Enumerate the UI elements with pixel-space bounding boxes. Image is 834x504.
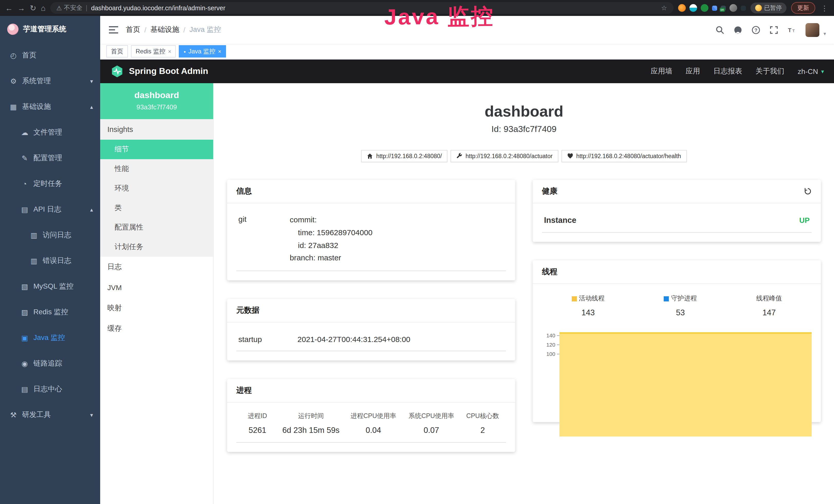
instance-links: http://192.168.0.2:48080/ http://192.168… bbox=[227, 150, 821, 162]
logo-avatar bbox=[7, 24, 19, 35]
instance-id: 93a3fc7f7409 bbox=[105, 103, 208, 111]
tags-view-bar: 首页 Redis 监控 × ● Java 监控 × bbox=[100, 44, 834, 60]
home-button[interactable]: ⌂ bbox=[41, 4, 45, 12]
info-card-title: 信息 bbox=[236, 186, 252, 196]
chrome-update-button[interactable]: 更新 bbox=[791, 2, 815, 14]
health-card-title: 健康 bbox=[542, 186, 557, 196]
browser-menu-icon[interactable]: ⋮ bbox=[820, 4, 829, 12]
sba-content: dashboard Id: 93a3fc7f7409 http://192.16… bbox=[214, 83, 834, 504]
status-badge: UP bbox=[799, 216, 810, 224]
breadcrumb-infra[interactable]: 基础设施 bbox=[151, 25, 179, 35]
live-threads-area bbox=[559, 332, 812, 436]
app-logo[interactable]: 芋道管理系统 bbox=[0, 16, 100, 43]
threads-card-title: 线程 bbox=[542, 267, 557, 277]
bookmark-star-icon[interactable]: ☆ bbox=[661, 4, 667, 12]
service-url-link[interactable]: http://192.168.0.2:48080/ bbox=[361, 150, 448, 162]
breadcrumb-home[interactable]: 首页 bbox=[126, 25, 140, 35]
sba-link-applications[interactable]: 应用 bbox=[686, 67, 700, 76]
actuator-url-link[interactable]: http://192.168.0.2:48080/actuator bbox=[451, 150, 558, 162]
sidebar-item-log-center[interactable]: ▤ 日志中心 bbox=[0, 376, 100, 402]
chevron-up-icon: ▴ bbox=[90, 104, 93, 110]
legend-live-threads: 活动线程 143 bbox=[572, 294, 605, 317]
address-bar[interactable]: ⚠ 不安全 dashboard.yudao.iocoder.cn/infra/a… bbox=[50, 2, 673, 14]
extension-grid-icon[interactable] bbox=[712, 5, 717, 10]
topbar-actions: ? T T ▾ bbox=[716, 23, 826, 37]
sba-nav-links: 应用墙 应用 日志报表 关于我们 zh-CN ▾ bbox=[651, 67, 824, 76]
sba-brand[interactable]: Spring Boot Admin bbox=[110, 65, 208, 78]
extension-pin-icon[interactable] bbox=[741, 5, 746, 10]
menu-item-config-props[interactable]: 配置属性 bbox=[100, 218, 213, 237]
sba-link-about[interactable]: 关于我们 bbox=[756, 67, 785, 76]
extension-dark-icon[interactable]: on bbox=[721, 5, 726, 10]
reload-button[interactable]: ↻ bbox=[30, 4, 36, 12]
extension-drop-icon[interactable] bbox=[689, 4, 697, 12]
sidebar-item-error-log[interactable]: ▥ 错误日志 bbox=[0, 248, 100, 274]
breadcrumb: 首页 / 基础设施 / Java 监控 bbox=[126, 25, 221, 35]
search-icon[interactable] bbox=[716, 25, 724, 34]
dashboard-icon: ◴ bbox=[9, 51, 18, 60]
admin-sidebar: 芋道管理系统 ◴ 首页 ⚙ 系统管理 ▾ ▦ 基础设施 ▴ ☁ 文件管理 ✎ bbox=[0, 16, 100, 504]
tab-home[interactable]: 首页 bbox=[106, 45, 128, 58]
document-icon: ▥ bbox=[30, 257, 38, 265]
menu-item-metrics[interactable]: 性能 bbox=[100, 159, 213, 179]
tools-icon: ⚒ bbox=[9, 411, 18, 419]
tab-java-monitor[interactable]: ● Java 监控 × bbox=[179, 45, 226, 58]
monitor-icon: ▣ bbox=[21, 334, 29, 342]
sidebar-item-files[interactable]: ☁ 文件管理 bbox=[0, 120, 100, 145]
sidebar-item-home[interactable]: ◴ 首页 bbox=[0, 43, 100, 68]
menu-item-logs[interactable]: 日志 bbox=[100, 257, 213, 277]
user-avatar[interactable] bbox=[806, 23, 819, 37]
menu-item-mappings[interactable]: 映射 bbox=[100, 298, 213, 318]
security-warning[interactable]: ⚠ 不安全 bbox=[56, 4, 83, 12]
close-icon[interactable]: × bbox=[168, 48, 171, 54]
sidebar-item-mysql[interactable]: ▧ MySQL 监控 bbox=[0, 274, 100, 299]
sidebar-item-tracing[interactable]: ◉ 链路追踪 bbox=[0, 351, 100, 376]
sidebar-item-access-log[interactable]: ▥ 访问日志 bbox=[0, 222, 100, 248]
sidebar-item-infra[interactable]: ▦ 基础设施 ▴ bbox=[0, 94, 100, 120]
extension-fox-icon[interactable] bbox=[678, 4, 685, 12]
sba-locale-select[interactable]: zh-CN ▾ bbox=[798, 67, 824, 75]
sidebar-item-dev-tools[interactable]: ⚒ 研发工具 ▾ bbox=[0, 402, 100, 428]
info-git-row: git commit: time: 1596289704000 id: 27aa… bbox=[236, 211, 506, 271]
process-table: 进程ID 运行时间 进程CPU使用率 系统CPU使用率 CPU核心数 5261 … bbox=[236, 411, 506, 443]
page-title: dashboard bbox=[227, 103, 821, 120]
github-icon[interactable] bbox=[733, 25, 742, 34]
sba-link-journal[interactable]: 日志报表 bbox=[714, 67, 742, 76]
menu-item-caches[interactable]: 缓存 bbox=[100, 318, 213, 339]
sba-link-wallboard[interactable]: 应用墙 bbox=[651, 67, 673, 76]
extension-v-icon[interactable] bbox=[700, 4, 708, 12]
help-icon[interactable]: ? bbox=[751, 25, 760, 34]
extension-leaf-icon[interactable] bbox=[729, 4, 737, 12]
sidebar-item-config[interactable]: ✎ 配置管理 bbox=[0, 145, 100, 171]
sidebar-item-system[interactable]: ⚙ 系统管理 ▾ bbox=[0, 68, 100, 94]
history-icon[interactable] bbox=[804, 187, 812, 195]
chevron-down-icon: ▾ bbox=[90, 412, 93, 418]
profile-face-icon bbox=[755, 5, 762, 11]
extensions-area: on bbox=[678, 4, 746, 12]
page-topbar: 首页 / 基础设施 / Java 监控 bbox=[100, 16, 834, 44]
menu-item-scheduled-tasks[interactable]: 计划任务 bbox=[100, 237, 213, 257]
menu-item-jvm[interactable]: JVM bbox=[100, 277, 213, 298]
menu-item-classes[interactable]: 类 bbox=[100, 198, 213, 218]
svg-text:T: T bbox=[788, 27, 792, 33]
back-button[interactable]: ← bbox=[5, 4, 13, 12]
sidebar-item-api-log[interactable]: ▤ API 日志 ▴ bbox=[0, 197, 100, 222]
chevron-up-icon: ▴ bbox=[90, 206, 93, 213]
profile-paused-badge[interactable]: 已暂停 bbox=[750, 3, 787, 13]
eye-icon: ◉ bbox=[21, 360, 29, 368]
sidebar-toggle-icon[interactable] bbox=[108, 25, 119, 35]
forward-button[interactable]: → bbox=[18, 4, 25, 12]
fullscreen-icon[interactable] bbox=[770, 25, 778, 34]
sidebar-item-jobs[interactable]: ◔ 定时任务 bbox=[0, 171, 100, 197]
active-dot-icon: ● bbox=[184, 49, 186, 53]
tab-redis-monitor[interactable]: Redis 监控 × bbox=[131, 45, 176, 58]
font-size-icon[interactable]: T T bbox=[788, 25, 796, 34]
info-key: git bbox=[238, 214, 290, 265]
home-icon bbox=[367, 153, 373, 159]
close-icon[interactable]: × bbox=[218, 48, 221, 54]
sidebar-item-java[interactable]: ▣ Java 监控 bbox=[0, 325, 100, 351]
sidebar-item-redis[interactable]: ▨ Redis 监控 bbox=[0, 299, 100, 325]
menu-item-environment[interactable]: 环境 bbox=[100, 179, 213, 198]
health-url-link[interactable]: http://192.168.0.2:48080/actuator/health bbox=[561, 150, 686, 162]
menu-item-details[interactable]: 细节 bbox=[100, 140, 213, 159]
